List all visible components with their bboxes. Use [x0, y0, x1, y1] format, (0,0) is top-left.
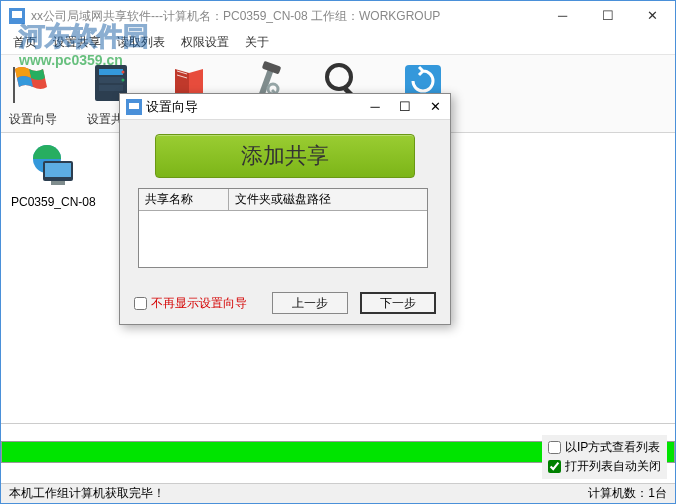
- svg-rect-20: [129, 103, 139, 109]
- share-grid[interactable]: 共享名称 文件夹或磁盘路径: [138, 188, 428, 268]
- wizard-icon: [126, 99, 142, 115]
- svg-rect-18: [51, 181, 65, 185]
- grid-header-name[interactable]: 共享名称: [139, 189, 229, 210]
- maximize-button[interactable]: ☐: [585, 1, 630, 29]
- status-left: 本机工作组计算机获取完毕！: [9, 485, 165, 502]
- svg-rect-6: [99, 85, 123, 91]
- computer-item[interactable]: PC0359_CN-08: [11, 143, 96, 209]
- wizard-minimize-button[interactable]: ─: [360, 94, 390, 118]
- svg-rect-1: [12, 11, 22, 18]
- window-titlebar: xx公司局域网共享软件---计算机名：PC0359_CN-08 工作组：WORK…: [1, 1, 675, 31]
- svg-rect-17: [45, 163, 71, 177]
- no-show-wizard-checkbox[interactable]: 不再显示设置向导: [134, 295, 247, 312]
- svg-rect-2: [13, 67, 15, 103]
- ip-view-checkbox[interactable]: 以IP方式查看列表: [548, 439, 661, 456]
- wizard-titlebar[interactable]: 设置向导 ─ ☐ ✕: [120, 94, 450, 120]
- app-icon: [9, 8, 25, 24]
- svg-rect-5: [99, 77, 123, 83]
- auto-close-checkbox[interactable]: 打开列表自动关闭: [548, 458, 661, 475]
- menu-item-about[interactable]: 关于: [237, 30, 277, 55]
- close-button[interactable]: ✕: [630, 1, 675, 29]
- svg-point-8: [122, 79, 125, 82]
- wizard-maximize-button[interactable]: ☐: [390, 94, 420, 118]
- toolbar-label: 设置向导: [9, 111, 57, 128]
- menubar: 首页 设置共享 读取列表 权限设置 关于: [1, 31, 675, 55]
- window-title: xx公司局域网共享软件---计算机名：PC0359_CN-08 工作组：WORK…: [31, 8, 440, 25]
- menu-item-read-list[interactable]: 读取列表: [109, 30, 173, 55]
- grid-header-path[interactable]: 文件夹或磁盘路径: [229, 189, 427, 210]
- wizard-dialog: 设置向导 ─ ☐ ✕ 添加共享 共享名称 文件夹或磁盘路径 不再显示设置向导 上…: [119, 93, 451, 325]
- wizard-close-button[interactable]: ✕: [420, 94, 450, 118]
- windows-flag-icon: [9, 59, 57, 107]
- statusbar: 本机工作组计算机获取完毕！ 计算机数：1台: [1, 483, 675, 503]
- svg-point-7: [122, 71, 125, 74]
- next-button[interactable]: 下一步: [360, 292, 436, 314]
- computer-name: PC0359_CN-08: [11, 195, 96, 209]
- svg-rect-4: [99, 69, 123, 75]
- menu-item-share[interactable]: 设置共享: [45, 30, 109, 55]
- bottom-options: 以IP方式查看列表 打开列表自动关闭: [542, 435, 667, 479]
- status-right: 计算机数：1台: [588, 485, 667, 502]
- menu-item-home[interactable]: 首页: [5, 30, 45, 55]
- svg-point-12: [327, 65, 351, 89]
- add-share-button[interactable]: 添加共享: [155, 134, 415, 178]
- menu-item-permissions[interactable]: 权限设置: [173, 30, 237, 55]
- prev-button[interactable]: 上一步: [272, 292, 348, 314]
- grid-body[interactable]: [139, 211, 427, 267]
- grid-header: 共享名称 文件夹或磁盘路径: [139, 189, 427, 211]
- toolbar-item-wizard[interactable]: 设置向导: [9, 59, 57, 128]
- computer-icon: [29, 143, 77, 191]
- minimize-button[interactable]: ─: [540, 1, 585, 29]
- wizard-title: 设置向导: [146, 98, 198, 116]
